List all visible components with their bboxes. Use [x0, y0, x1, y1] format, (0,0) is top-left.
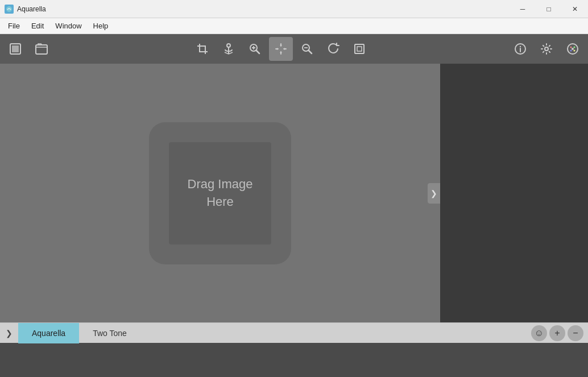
- svg-point-10: [520, 46, 521, 47]
- anchor-button[interactable]: [217, 37, 241, 61]
- title-bar: Aquarella ─ □ ✕: [0, 0, 588, 18]
- panel-toggle-button[interactable]: ❯: [428, 183, 440, 204]
- tab-actions: ☺ + −: [531, 325, 588, 341]
- menu-window[interactable]: Window: [49, 19, 87, 32]
- svg-rect-8: [357, 47, 362, 51]
- rotate-button[interactable]: [321, 37, 345, 61]
- toolbar: [0, 34, 588, 64]
- close-button[interactable]: ✕: [562, 0, 588, 18]
- menu-help[interactable]: Help: [88, 19, 114, 32]
- add-tab-button[interactable]: +: [549, 325, 565, 341]
- title-left: Aquarella: [0, 5, 46, 14]
- face-icon: ☺: [535, 328, 544, 338]
- remove-tab-button[interactable]: −: [568, 325, 583, 341]
- open-file-button[interactable]: [30, 37, 53, 61]
- menu-edit[interactable]: Edit: [26, 19, 49, 32]
- window-controls[interactable]: ─ □ ✕: [510, 0, 588, 18]
- menu-file[interactable]: File: [2, 19, 26, 32]
- settings-button[interactable]: [535, 37, 558, 61]
- svg-point-13: [570, 47, 572, 48]
- svg-point-4: [227, 44, 230, 47]
- crop-button[interactable]: [191, 37, 214, 61]
- tab-chevron-button[interactable]: ❯: [0, 323, 18, 343]
- zoom-in-button[interactable]: [243, 37, 267, 61]
- svg-point-11: [545, 47, 548, 51]
- info-button[interactable]: [508, 37, 532, 61]
- fit-button[interactable]: [347, 37, 371, 61]
- maximize-button[interactable]: □: [536, 0, 562, 18]
- tab-aquarella-label: Aquarella: [32, 329, 65, 338]
- svg-point-15: [570, 50, 572, 52]
- bottom-tabs: ❯ Aquarella Two Tone ☺ + −: [0, 322, 588, 343]
- tab-two-tone-label: Two Tone: [93, 329, 127, 338]
- chevron-right-icon: ❯: [430, 189, 437, 198]
- image-display-button[interactable]: [3, 37, 27, 61]
- menu-bar: File Edit Window Help: [0, 18, 588, 34]
- app-title: Aquarella: [17, 5, 46, 13]
- right-panel: [440, 64, 588, 322]
- minimize-button[interactable]: ─: [510, 0, 536, 18]
- drag-inner-box: Drag ImageHere: [169, 142, 271, 245]
- svg-point-16: [574, 50, 575, 52]
- main-area: Drag ImageHere ❯: [0, 64, 588, 322]
- svg-point-17: [572, 48, 574, 50]
- palette-button[interactable]: [561, 37, 585, 61]
- toolbar-right: [508, 37, 585, 61]
- svg-rect-7: [355, 44, 364, 53]
- canvas-area[interactable]: Drag ImageHere ❯: [0, 64, 440, 322]
- remove-icon: −: [573, 328, 578, 338]
- svg-rect-2: [12, 45, 19, 52]
- tab-aquarella[interactable]: Aquarella: [18, 323, 79, 343]
- svg-rect-3: [36, 45, 47, 54]
- face-button[interactable]: ☺: [531, 325, 547, 341]
- app-icon: [5, 5, 14, 14]
- drag-drop-zone[interactable]: Drag ImageHere: [149, 122, 291, 264]
- bottom-strip: [0, 343, 588, 377]
- drag-image-text: Drag ImageHere: [188, 176, 253, 211]
- zoom-out-button[interactable]: [295, 37, 319, 61]
- svg-point-0: [6, 6, 12, 12]
- tab-two-tone[interactable]: Two Tone: [79, 323, 140, 343]
- svg-point-14: [574, 47, 575, 48]
- chevron-down-icon: ❯: [6, 329, 13, 338]
- add-icon: +: [554, 328, 560, 338]
- move-button[interactable]: [269, 37, 293, 61]
